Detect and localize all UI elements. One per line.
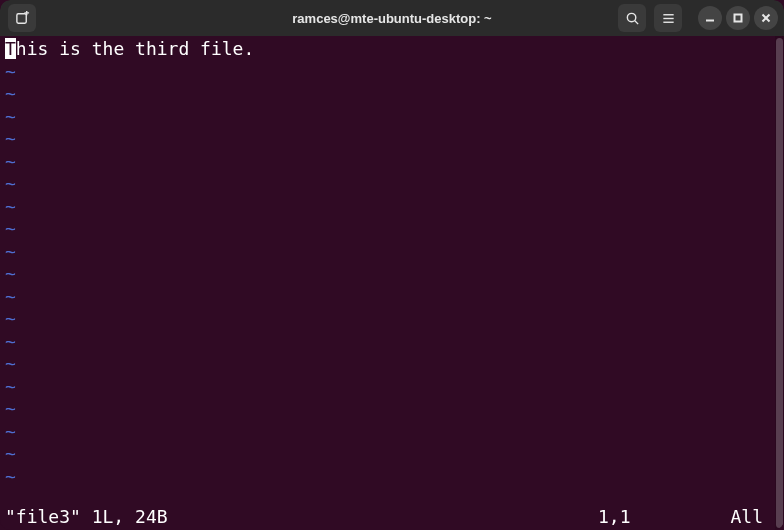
new-tab-button[interactable] <box>8 4 36 32</box>
status-scroll-percent: All <box>730 506 763 529</box>
hamburger-icon <box>661 11 676 26</box>
empty-line-marker: ~ <box>0 106 784 129</box>
empty-line-marker: ~ <box>0 466 784 489</box>
empty-lines: ~~~~~~~~~~~~~~~~~~~ <box>0 61 784 489</box>
terminal-viewport[interactable]: This is the third file. ~~~~~~~~~~~~~~~~… <box>0 36 784 530</box>
cursor: T <box>5 38 16 59</box>
line-text: his is the third file. <box>16 38 254 59</box>
empty-line-marker: ~ <box>0 196 784 219</box>
status-file-info: "file3" 1L, 24B <box>5 506 598 529</box>
new-tab-icon <box>15 11 30 26</box>
empty-line-marker: ~ <box>0 218 784 241</box>
search-button[interactable] <box>618 4 646 32</box>
empty-line-marker: ~ <box>0 286 784 309</box>
empty-line-marker: ~ <box>0 263 784 286</box>
empty-line-marker: ~ <box>0 376 784 399</box>
window-title: ramces@mte-ubuntu-desktop: ~ <box>292 11 491 26</box>
empty-line-marker: ~ <box>0 443 784 466</box>
maximize-icon <box>733 13 743 23</box>
empty-line-marker: ~ <box>0 308 784 331</box>
search-icon <box>625 11 640 26</box>
minimize-icon <box>705 13 715 23</box>
empty-line-marker: ~ <box>0 61 784 84</box>
maximize-button[interactable] <box>726 6 750 30</box>
empty-line-marker: ~ <box>0 151 784 174</box>
svg-point-3 <box>627 13 635 21</box>
empty-line-marker: ~ <box>0 353 784 376</box>
svg-rect-9 <box>735 15 742 22</box>
close-icon <box>761 13 771 23</box>
titlebar-left-group <box>6 4 38 32</box>
editor-content-line: This is the third file. <box>0 38 784 61</box>
scrollbar-track[interactable] <box>775 36 784 530</box>
window-titlebar: ramces@mte-ubuntu-desktop: ~ <box>0 0 784 36</box>
empty-line-marker: ~ <box>0 241 784 264</box>
scrollbar-thumb[interactable] <box>776 38 783 528</box>
svg-rect-0 <box>16 13 25 22</box>
empty-line-marker: ~ <box>0 398 784 421</box>
empty-line-marker: ~ <box>0 83 784 106</box>
empty-line-marker: ~ <box>0 331 784 354</box>
empty-line-marker: ~ <box>0 128 784 151</box>
minimize-button[interactable] <box>698 6 722 30</box>
empty-line-marker: ~ <box>0 173 784 196</box>
status-cursor-position: 1,1 <box>598 506 631 529</box>
titlebar-right-group <box>616 4 778 32</box>
close-button[interactable] <box>754 6 778 30</box>
menu-button[interactable] <box>654 4 682 32</box>
empty-line-marker: ~ <box>0 421 784 444</box>
vim-status-line: "file3" 1L, 24B 1,1 All <box>0 504 784 530</box>
svg-line-4 <box>634 20 637 23</box>
